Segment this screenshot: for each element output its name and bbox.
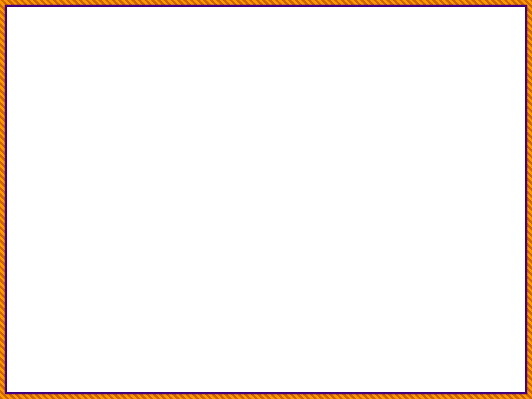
content-area [7,7,525,392]
outer-border [0,0,532,399]
inner-border [5,5,527,394]
arrows-layer [7,7,525,392]
